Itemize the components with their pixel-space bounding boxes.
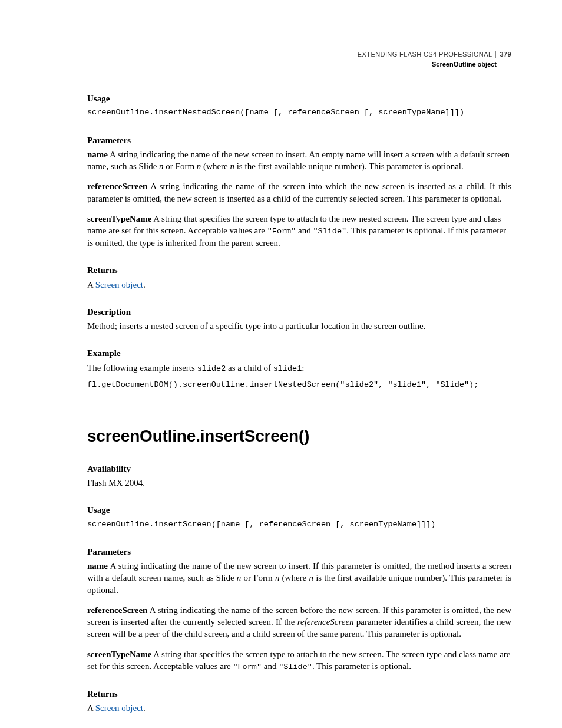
header-line1: EXTENDING FLASH CS4 PROFESSIONAL379 [358,50,511,59]
text: and [262,661,279,671]
var-n: n [309,573,313,582]
running-header: EXTENDING FLASH CS4 PROFESSIONAL379 Scre… [358,50,511,69]
code-slide: "Slide" [313,227,346,236]
code-slide: "Slide" [279,663,312,671]
param-name-label: name [87,561,108,571]
text: (where [201,162,230,171]
var-n: n [230,162,234,171]
param-name-label: name [87,150,108,159]
text: and [296,226,313,235]
text: or Form [241,573,275,582]
text: The following example inserts [87,363,197,373]
description-heading: Description [87,306,511,318]
param-ref-label: referenceScreen [87,605,147,615]
page-number: 379 [495,51,511,58]
description-text: Method; inserts a nested screen of a spe… [87,320,511,332]
usage-code: screenOutline.insertScreen([name [, refe… [87,519,511,531]
param-stn-label: screenTypeName [87,650,151,659]
content: Usage screenOutline.insertNestedScreen([… [87,93,511,714]
ref-italic: referenceScreen [297,617,354,627]
screen-object-link[interactable]: Screen object [95,703,143,713]
parameters-heading: Parameters [87,134,511,146]
param-screentypename: screenTypeName A string that specifies t… [87,213,511,249]
text: . [143,703,146,713]
usage-code: screenOutline.insertNestedScreen([name [… [87,107,511,118]
usage-heading: Usage [87,93,511,104]
text: A [87,280,95,289]
header-section: ScreenOutline object [358,60,511,69]
code-form: "Form" [233,663,262,671]
text: is the first available unique number). T… [234,162,464,171]
returns-heading: Returns [87,264,511,276]
text: A string indicating the name of the scre… [87,182,511,203]
text: . [143,280,146,289]
param-referencescreen: referenceScreen A string indicating the … [87,604,511,640]
text: or Form [164,162,197,171]
code-slide2: slide2 [197,364,226,373]
var-n: n [159,162,164,171]
param-screentypename: screenTypeName A string that specifies t… [87,648,511,673]
returns-text: A Screen object. [87,279,511,291]
param-referencescreen: referenceScreen A string indicating the … [87,180,511,205]
returns-text: A Screen object. [87,702,511,714]
parameters-heading: Parameters [87,546,511,558]
usage-heading: Usage [87,504,511,516]
code-form: "Form" [267,227,296,236]
text: as a child of [226,363,273,373]
screen-object-link[interactable]: Screen object [95,280,143,289]
param-ref-label: referenceScreen [87,182,147,191]
text: : [302,363,304,373]
text: (where [279,573,309,582]
returns-heading: Returns [87,688,511,700]
example-text: The following example inserts slide2 as … [87,362,511,374]
page-container: EXTENDING FLASH CS4 PROFESSIONAL379 Scre… [87,50,511,714]
book-title: EXTENDING FLASH CS4 PROFESSIONAL [358,51,492,58]
text: A [87,703,95,713]
example-heading: Example [87,347,511,359]
param-name: name A string indicating the name of the… [87,560,511,596]
example-code: fl.getDocumentDOM().screenOutline.insert… [87,379,511,391]
param-name: name A string indicating the name of the… [87,149,511,173]
availability-heading: Availability [87,463,511,475]
param-stn-label: screenTypeName [87,214,151,223]
method-title: screenOutline.insertScreen() [87,425,511,447]
text: . This parameter is optional. [312,661,411,671]
code-slide1: slide1 [273,364,302,373]
availability-text: Flash MX 2004. [87,477,511,489]
